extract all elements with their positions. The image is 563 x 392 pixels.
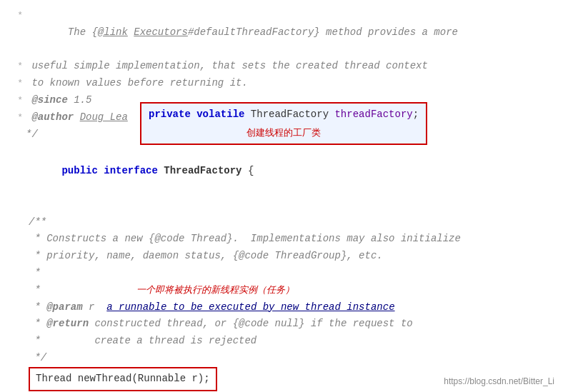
- javadoc-line-chinese: * 一个即将被执行的新线程实例（任务）: [11, 282, 552, 299]
- javadoc-create: * create a thread is rejected: [29, 333, 552, 350]
- code-line-2: * useful simple implementation, that set…: [11, 58, 552, 75]
- field-annotation-comment: 创建线程的工厂类: [149, 125, 419, 141]
- line-content-3: to known values before returning it.: [26, 75, 552, 92]
- gutter-6: [11, 127, 23, 143]
- line-content-1: The {@link Executors#defaultThreadFactor…: [26, 7, 552, 58]
- watermark: https://blog.csdn.net/Bitter_Li: [444, 376, 554, 386]
- interface-line: public interface ThreadFactory {: [11, 146, 552, 196]
- javadoc-line-constructs: * Constructs a new {@code Thread}. Imple…: [11, 231, 552, 248]
- javadoc-open: /**: [29, 214, 552, 231]
- code-line-1: * The {@link Executors#defaultThreadFact…: [11, 7, 552, 58]
- empty-line-1: [11, 197, 552, 214]
- method-annotation-box: Thread newThread(Runnable r);: [29, 367, 217, 391]
- line-content-2: useful simple implementation, that sets …: [26, 58, 552, 75]
- gutter-1: *: [11, 8, 23, 24]
- javadoc-chinese: * 一个即将被执行的新线程实例（任务）: [29, 282, 552, 299]
- javadoc-param: * @param r a runnable to be executed by …: [29, 299, 552, 316]
- javadoc-constructs: * Constructs a new {@code Thread}. Imple…: [29, 231, 552, 248]
- javadoc-close: */: [29, 350, 552, 367]
- javadoc-line-close: */: [11, 350, 552, 367]
- javadoc-line-create: * create a thread is rejected: [11, 333, 552, 350]
- method-code: Thread newThread(Runnable r);: [36, 373, 210, 384]
- javadoc-line-star: *: [11, 265, 552, 282]
- javadoc-star: *: [29, 265, 552, 282]
- javadoc-priority: * priority, name, daemon status, {@code …: [29, 248, 552, 265]
- gutter-interface: [11, 146, 23, 162]
- javadoc-line-param: * @param r a runnable to be executed by …: [11, 299, 552, 316]
- javadoc-line-return: * @return constructed thread, or {@code …: [11, 316, 552, 333]
- javadoc-return: * @return constructed thread, or {@code …: [29, 316, 552, 333]
- code-viewer: * The {@link Executors#defaultThreadFact…: [0, 0, 563, 392]
- gutter-2: *: [11, 59, 23, 74]
- javadoc-line-priority: * priority, name, daemon status, {@code …: [11, 248, 552, 265]
- field-annotation-box: private volatile ThreadFactory threadFac…: [140, 102, 427, 145]
- interface-content: public interface ThreadFactory {: [26, 146, 552, 196]
- gutter-5: *: [11, 110, 23, 126]
- gutter-4: *: [11, 93, 23, 109]
- field-code: private volatile ThreadFactory threadFac…: [149, 106, 419, 124]
- gutter-3: *: [11, 76, 23, 91]
- chinese-annotation-task: 一个即将被执行的新线程实例（任务）: [136, 284, 294, 295]
- javadoc-line-open: /**: [11, 214, 552, 231]
- code-line-3: * to known values before returning it.: [11, 75, 552, 92]
